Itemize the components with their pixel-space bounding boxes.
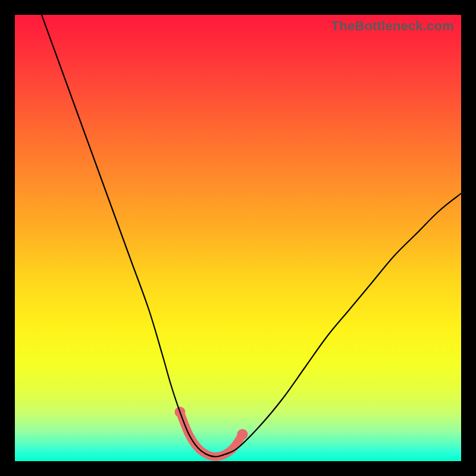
highlight-end-dot (237, 429, 248, 440)
plot-area: TheBottleneck.com (15, 15, 461, 461)
curve-layer (15, 15, 461, 461)
bottleneck-curve (42, 15, 461, 457)
chart-frame: TheBottleneck.com (0, 0, 476, 476)
